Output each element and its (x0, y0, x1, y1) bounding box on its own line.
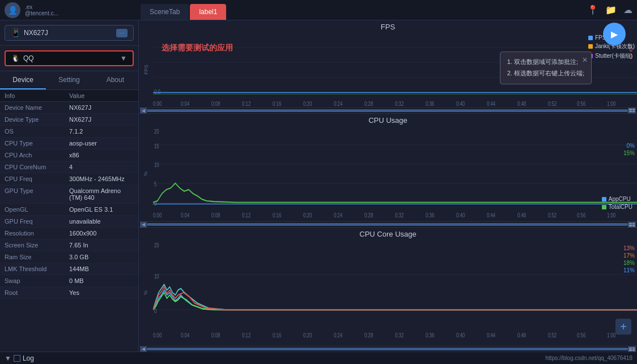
bottom-dropdown-icon[interactable]: ▼ (5, 354, 11, 362)
svg-text:0:16: 0:16 (273, 212, 281, 219)
svg-text:0:12: 0:12 (242, 212, 250, 219)
svg-text:0:36: 0:36 (426, 332, 435, 339)
device-label: NX627J (24, 29, 48, 37)
info-value: 144MB (69, 265, 134, 272)
cpu-scroll-left[interactable]: ◀ (140, 222, 147, 228)
svg-text:0:16: 0:16 (273, 332, 282, 339)
svg-text:0:00: 0:00 (153, 212, 162, 219)
fps-chart-title: FPS (139, 20, 637, 32)
annotation-text: 选择需要测试的应用 (162, 43, 233, 53)
cpu-scroll-track[interactable] (147, 223, 628, 226)
svg-text:1:00: 1:00 (607, 212, 616, 219)
cpu-appcpu-val: 0% (627, 143, 635, 149)
cloud-icon[interactable]: ☁ (623, 5, 632, 15)
tab-about[interactable]: About (92, 71, 138, 89)
cpu-core-chart-area[interactable]: 0 10 20 0:00 0:04 0:08 0:12 0:16 0:20 0:… (153, 239, 637, 346)
table-row: OS7.1.2 (0, 126, 138, 138)
info-value: 3.0 GB (69, 254, 134, 260)
location-icon[interactable]: 📍 (587, 5, 598, 15)
cpu-usage-title: CPU Usage (139, 114, 637, 126)
play-button[interactable]: ▶ (603, 23, 626, 45)
log-checkbox[interactable] (14, 355, 20, 362)
info-table: Info Value Device NameNX627JDevice TypeN… (0, 90, 138, 352)
fps-scroll-thumb[interactable] (147, 109, 628, 112)
svg-text:0:04: 0:04 (181, 101, 189, 107)
cpu-scrollbar[interactable]: ◀ (139, 221, 637, 227)
device-button[interactable]: 📱 NX627J ··· (5, 25, 134, 41)
tooltip-line1: 1. 双击数据域可添加批注; (507, 57, 584, 68)
tab-scenetab[interactable]: SceneTab (141, 4, 189, 20)
cpu-right-values: 0% 15% (623, 143, 635, 156)
tooltip-close-icon[interactable]: ✕ (582, 54, 588, 67)
chevron-down-icon: ▼ (120, 54, 127, 62)
svg-text:0:28: 0:28 (364, 332, 373, 339)
svg-text:0:52: 0:52 (548, 332, 557, 339)
cpu-usage-legend: AppCPU TotalCPU (602, 196, 632, 210)
info-key: Ram Size (5, 254, 69, 260)
tab-device[interactable]: Device (0, 71, 46, 89)
cpu-core-title: CPU Core Usage (139, 228, 637, 239)
fps-scroll-left[interactable]: ◀ (140, 108, 147, 113)
table-row: Device TypeNX627J (0, 114, 138, 126)
svg-text:0:08: 0:08 (211, 332, 220, 339)
appcpu-dot (602, 197, 606, 202)
fps-scroll-end-icon (628, 108, 636, 113)
table-row: GPU TypeQualcomm Adreno (TM) 640 (0, 185, 138, 204)
svg-text:0:36: 0:36 (426, 212, 434, 219)
info-key: Root (5, 289, 69, 296)
fps-y-label: FPS (143, 65, 148, 75)
cpu-scroll-end-icon (628, 222, 636, 228)
info-value: x86 (69, 152, 134, 159)
right-panel: ▶ FPS ✕ 1. 双击数据域可添加批注; 2. 框选数据可右键上传云端; 选… (139, 20, 637, 352)
cpu-core-scrollbar[interactable]: ◀ (139, 346, 637, 352)
col-info: Info (5, 92, 69, 99)
svg-text:0:12: 0:12 (242, 332, 250, 339)
cpu-core-scroll-track[interactable] (147, 348, 628, 350)
cpu-core-scroll-left[interactable]: ◀ (140, 346, 147, 352)
cpu-core-scroll-end-icon (628, 346, 636, 352)
svg-text:1:00: 1:00 (607, 332, 616, 339)
info-value: aosp-user (69, 140, 134, 147)
tab-setting[interactable]: Setting (46, 71, 92, 89)
tab-label1[interactable]: label1 (190, 4, 226, 20)
fps-scroll-track[interactable] (147, 109, 628, 112)
totalcpu-label: TotalCPU (609, 204, 632, 210)
user-email: @tencent.c... (25, 10, 58, 16)
info-key: Device Type (5, 116, 69, 123)
svg-text:10: 10 (154, 273, 159, 280)
info-key: Resolution (5, 230, 69, 237)
svg-text:0:04: 0:04 (181, 212, 190, 219)
cpu-usage-svg: 0 5 10 15 20 0:00 0:04 0:08 0:12 0:16 0:… (153, 126, 637, 221)
cpu-usage-chart-area[interactable]: 0 5 10 15 20 0:00 0:04 0:08 0:12 0:16 0:… (153, 126, 637, 221)
core2-val: 18% (623, 260, 635, 266)
main-content: 📱 NX627J ··· 🐧 QQ ▼ Device Setting About… (0, 20, 637, 352)
cpu-totalcpu-val: 15% (623, 150, 635, 156)
janki-legend-dot (588, 44, 593, 49)
info-value: Yes (69, 289, 134, 296)
fps-scrollbar[interactable]: ◀ (139, 108, 637, 113)
device-icon: 📱 (11, 28, 20, 37)
cpu-core-scroll-thumb[interactable] (147, 348, 628, 350)
nav-tabs: Device Setting About (0, 71, 138, 90)
svg-text:0:40: 0:40 (456, 332, 465, 339)
table-row: LMK Threshold144MB (0, 263, 138, 275)
svg-text:0:08: 0:08 (211, 212, 220, 219)
col-value: Value (69, 92, 134, 99)
svg-text:0:20: 0:20 (303, 212, 312, 219)
table-row: CPU Typeaosp-user (0, 138, 138, 149)
info-value: NX627J (69, 104, 134, 111)
app-select-box[interactable]: 🐧 QQ ▼ (5, 50, 134, 66)
svg-text:20: 20 (154, 242, 159, 249)
info-value: 7.65 In (69, 242, 134, 249)
avatar: 👤 (5, 2, 20, 18)
svg-text:0:48: 0:48 (517, 332, 526, 339)
tooltip-line2: 2. 框选数据可右键上传云端; (507, 68, 584, 79)
folder-icon[interactable]: 📁 (605, 5, 617, 15)
svg-text:0:32: 0:32 (395, 332, 404, 339)
svg-text:0:32: 0:32 (395, 212, 404, 219)
svg-text:0:28: 0:28 (364, 101, 373, 107)
cpu-scroll-thumb[interactable] (147, 223, 628, 226)
add-chart-button[interactable]: + (615, 319, 631, 335)
info-key: LMK Threshold (5, 265, 69, 272)
svg-text:0:24: 0:24 (334, 332, 343, 339)
